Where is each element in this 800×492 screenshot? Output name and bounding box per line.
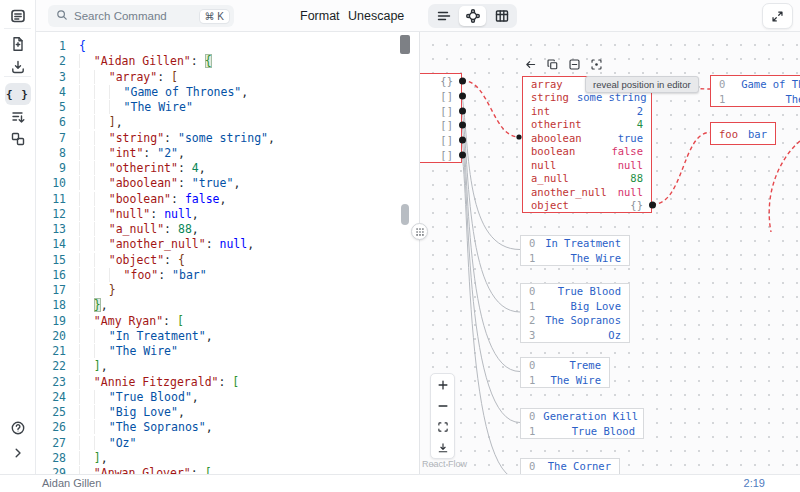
code-line: "True Blood",: [79, 390, 403, 405]
node-row: 0The Corner: [521, 459, 619, 474]
node-row: Alexander Skarsgard[]: [420, 133, 461, 148]
download-image-button[interactable]: [431, 437, 454, 458]
sidebar-new-document-icon[interactable]: [5, 33, 31, 55]
reactflow-attribution[interactable]: React Flow: [422, 459, 467, 469]
line-number: 21: [36, 344, 78, 359]
search-command[interactable]: Search Command ⌘ K: [48, 5, 234, 27]
format-button[interactable]: Format: [300, 0, 340, 32]
code-line: "string": "some string",: [79, 131, 403, 146]
sidebar-help-icon[interactable]: [5, 417, 31, 439]
json-visualizer-app: { } Search Command ⌘ K Format Unescape 1…: [0, 0, 800, 492]
node-row: 0Treme: [521, 358, 609, 373]
code-line: "The Sopranos",: [79, 420, 403, 435]
node-row: a_null88: [523, 172, 651, 186]
code-line: ],: [79, 451, 403, 466]
code-line: "Oz": [79, 436, 403, 451]
line-number: 19: [36, 314, 78, 329]
code-editor[interactable]: { "Aidan Gillen": { "array": [ "Game of …: [79, 39, 403, 474]
graph-node-foobar[interactable]: foobar: [710, 122, 776, 145]
zoom-in-button[interactable]: [431, 374, 454, 395]
connection-handle[interactable]: [459, 151, 466, 158]
graph-node-got[interactable]: 0Game of Thrones1The Wire: [710, 75, 800, 107]
panel-resize-handle[interactable]: [411, 223, 428, 240]
line-number: 13: [36, 222, 78, 237]
line-number: 18: [36, 298, 78, 313]
line-number: 26: [36, 420, 78, 435]
graph-node-annie[interactable]: 0True Blood1Big Love2The Sopranos3Oz: [520, 283, 630, 343]
sidebar-separator: [4, 28, 31, 29]
connection-handle[interactable]: [459, 78, 466, 85]
search-placeholder: Search Command: [74, 10, 194, 22]
back-icon[interactable]: [524, 58, 537, 71]
editor-scrollbar[interactable]: [400, 35, 410, 54]
code-line: ],: [79, 115, 403, 130]
code-line: "Annie Fitzgerald": [: [79, 375, 403, 390]
sidebar-json-tools-icon[interactable]: { }: [5, 83, 31, 105]
sidebar-sort-filter-icon[interactable]: [5, 106, 31, 128]
line-number: 28: [36, 451, 78, 466]
line-number: 12: [36, 207, 78, 222]
node-row: 2The Sopranos: [521, 313, 629, 328]
line-number: 4: [36, 85, 78, 100]
graph-node-alice[interactable]: 0The Corner1Oz2The Wire: [520, 458, 620, 474]
sidebar-download-icon[interactable]: [5, 56, 31, 78]
code-line: "Amy Ryan": [: [79, 314, 403, 329]
node-row: int2: [523, 104, 651, 118]
sidebar-expand-sidebar-icon[interactable]: [5, 442, 31, 464]
code-line: "foo": "bar": [79, 268, 403, 283]
zoom-out-button[interactable]: [431, 395, 454, 416]
line-number: 3: [36, 70, 78, 85]
line-number: 14: [36, 237, 78, 252]
node-row: foobar: [711, 123, 775, 144]
line-number: 5: [36, 100, 78, 115]
editor-scrollbar-decoration: [401, 204, 409, 225]
code-line: "In Treatment",: [79, 329, 403, 344]
view-graph-button[interactable]: [459, 6, 486, 26]
graph-canvas[interactable]: reveal position in editor Aidan Gillen{}…: [420, 32, 800, 474]
line-number: 1: [36, 39, 78, 54]
node-toolbar: [524, 58, 603, 71]
line-number: 2: [36, 54, 78, 69]
code-line: "Big Love",: [79, 405, 403, 420]
node-row: otherint4: [523, 118, 651, 132]
view-editor-button[interactable]: [430, 6, 457, 26]
json-editor: 1234567891011121314151617181920212223242…: [36, 32, 419, 474]
fullscreen-button[interactable]: [762, 3, 793, 29]
connection-handle[interactable]: [459, 93, 466, 100]
focus-node-icon[interactable]: [590, 58, 603, 71]
graph-node-anwan[interactable]: 0Treme1The Wire: [520, 357, 610, 388]
node-row: abooleantrue: [523, 131, 651, 145]
zoom-controls: [430, 373, 455, 459]
node-row: 1True Blood: [521, 424, 643, 439]
line-number: 27: [36, 436, 78, 451]
line-number: 6: [36, 115, 78, 130]
view-table-button[interactable]: [488, 6, 515, 26]
connection-handle[interactable]: [459, 107, 466, 114]
node-tooltip: reveal position in editor: [585, 76, 699, 93]
graph-node-aidan[interactable]: array[]stringsome stringint2otherint4abo…: [522, 76, 652, 213]
code-line: "The Wire": [79, 100, 403, 115]
node-row: 1Big Love: [521, 299, 629, 314]
graph-node-amy[interactable]: 0In Treatment1The Wire: [520, 235, 630, 266]
collapse-node-icon[interactable]: [568, 58, 581, 71]
line-number: 11: [36, 192, 78, 207]
connection-handle[interactable]: [649, 202, 656, 209]
code-line: "Game of Thrones",: [79, 85, 403, 100]
node-row: another_nullnull: [523, 185, 651, 199]
node-row: nullnull: [523, 158, 651, 172]
connection-handle[interactable]: [459, 122, 466, 129]
line-number: 16: [36, 268, 78, 283]
unescape-button[interactable]: Unescape: [348, 0, 404, 32]
code-line: "int": "2",: [79, 146, 403, 161]
code-line: "The Wire": [79, 344, 403, 359]
copy-node-icon[interactable]: [546, 58, 559, 71]
fit-view-button[interactable]: [431, 416, 454, 437]
graph-node-root[interactable]: Aidan Gillen{}Amy Ryan[]Annie Fitzgerald…: [420, 73, 462, 163]
sidebar-app-logo-icon[interactable]: [5, 5, 31, 27]
connection-handle[interactable]: [459, 137, 466, 144]
sidebar-compare-icon[interactable]: [5, 128, 31, 150]
code-line: ],: [79, 359, 403, 374]
graph-node-alexander[interactable]: 0Generation Kill1True Blood: [520, 408, 644, 439]
node-row: 0True Blood: [521, 284, 629, 299]
icon-sidebar: { }: [0, 0, 36, 474]
